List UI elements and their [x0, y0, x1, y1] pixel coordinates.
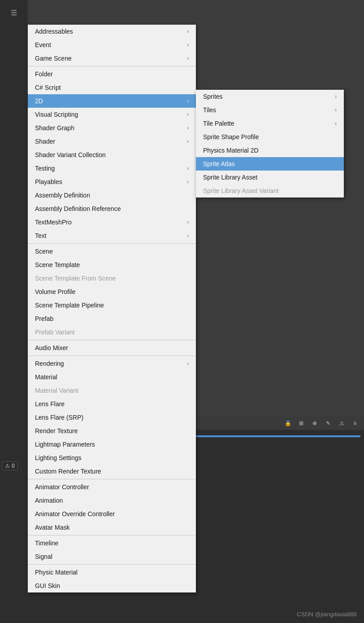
menu-item-label-prefab-variant: Prefab Variant: [35, 329, 74, 336]
menu-item-label-material: Material: [35, 373, 57, 381]
menu-item-lighting-settings[interactable]: Lighting Settings: [28, 451, 196, 465]
menu-item-addressables[interactable]: Addressables›: [28, 25, 196, 38]
menu-item-scene-template[interactable]: Scene Template: [28, 258, 196, 272]
sub-menu-item-label-sprite-atlas: Sprite Atlas: [203, 160, 235, 167]
pencil-icon[interactable]: ✎: [323, 418, 334, 429]
sub-menu-item-sprite-atlas[interactable]: Sprite Atlas: [196, 157, 344, 171]
menu-item-label-addressables: Addressables: [35, 28, 73, 35]
sub-menu-item-sprite-library-asset[interactable]: Sprite Library Asset: [196, 171, 344, 184]
menu-item-label-signal: Signal: [35, 553, 52, 560]
lock-icon[interactable]: 🔒: [282, 418, 293, 429]
menu-item-label-physic-material: Physic Material: [35, 569, 78, 576]
menu-item-custom-render-texture[interactable]: Custom Render Texture: [28, 465, 196, 478]
menu-item-avatar-mask[interactable]: Avatar Mask: [28, 521, 196, 534]
menu-item-text[interactable]: Text›: [28, 229, 196, 242]
menu-item-label-custom-render-texture: Custom Render Texture: [35, 468, 101, 475]
menu-item-lightmap-parameters[interactable]: Lightmap Parameters: [28, 438, 196, 451]
menu-item-playables[interactable]: Playables›: [28, 175, 196, 189]
menu-item-rendering[interactable]: Rendering›: [28, 357, 196, 370]
menu-divider: [28, 355, 196, 356]
menu-item-label-testing: Testing: [35, 165, 55, 172]
sub-arrow-icon-sprites: ›: [335, 93, 337, 100]
menu-item-visual-scripting[interactable]: Visual Scripting›: [28, 108, 196, 121]
menu-item-event[interactable]: Event›: [28, 38, 196, 52]
menu-item-label-shader-variant-collection: Shader Variant Collection: [35, 151, 106, 158]
menu-item-label-volume-profile: Volume Profile: [35, 288, 75, 295]
sub-menu-item-label-sprite-library-asset: Sprite Library Asset: [203, 174, 257, 181]
menu-item-label-animation: Animation: [35, 497, 63, 504]
menu-item-label-assembly-definition: Assembly Definition: [35, 192, 90, 199]
left-sidebar: ☰: [0, 0, 28, 623]
menu-item-textmeshpro[interactable]: TextMeshPro›: [28, 215, 196, 229]
menu-item-label-event: Event: [35, 41, 51, 48]
menu-item-label-timeline: Timeline: [35, 540, 58, 547]
menu-item-label-lightmap-parameters: Lightmap Parameters: [35, 441, 95, 448]
sidebar-menu-icon[interactable]: ☰: [5, 4, 23, 22]
menu-item-volume-profile[interactable]: Volume Profile: [28, 285, 196, 298]
menu-item-shader-variant-collection[interactable]: Shader Variant Collection: [28, 148, 196, 162]
menu-item-label-lens-flare-srp: Lens Flare (SRP): [35, 414, 83, 421]
sub-menu-item-tiles[interactable]: Tiles›: [196, 103, 344, 117]
menu-item-testing[interactable]: Testing›: [28, 162, 196, 175]
menu-divider: [28, 564, 196, 565]
menu-item-render-texture[interactable]: Render Texture: [28, 424, 196, 438]
menu-item-label-lighting-settings: Lighting Settings: [35, 454, 82, 461]
menu-item-label-material-variant: Material Variant: [35, 387, 78, 394]
plus-icon[interactable]: ⊕: [309, 418, 320, 429]
menu-item-scene[interactable]: Scene: [28, 245, 196, 258]
menu-item-label-audio-mixer: Audio Mixer: [35, 344, 68, 351]
menu-item-signal[interactable]: Signal: [28, 550, 196, 563]
menu-item-prefab[interactable]: Prefab: [28, 312, 196, 325]
menu-item-physic-material[interactable]: Physic Material: [28, 566, 196, 579]
sub-context-menu: Sprites›Tiles›Tile Palette›Sprite Shape …: [196, 90, 344, 197]
menu-item-material[interactable]: Material: [28, 370, 196, 384]
warning-badge: ⚠ 0: [2, 461, 18, 470]
arrow-icon-2d: ›: [187, 98, 189, 104]
menu-item-label-rendering: Rendering: [35, 360, 64, 367]
menu-item-label-shader: Shader: [35, 138, 55, 145]
menu-item-label-scene-template-pipeline: Scene Template Pipeline: [35, 302, 104, 309]
menu-item-label-scene-template-from-scene: Scene Template From Scene: [35, 275, 116, 282]
sub-menu-item-label-physics-material-2d: Physics Material 2D: [203, 147, 259, 154]
menu-item-audio-mixer[interactable]: Audio Mixer: [28, 341, 196, 355]
sub-menu-item-label-tiles: Tiles: [203, 106, 216, 114]
sub-menu-item-physics-material-2d[interactable]: Physics Material 2D: [196, 144, 344, 157]
menu-divider: [28, 66, 196, 66]
menu-item-label-animator-controller: Animator Controller: [35, 483, 89, 491]
menu-item-shader-graph[interactable]: Shader Graph›: [28, 121, 196, 135]
alert-icon[interactable]: ⚠: [336, 418, 347, 429]
menu-icon[interactable]: ≡: [350, 418, 360, 429]
menu-item-lens-flare-srp[interactable]: Lens Flare (SRP): [28, 411, 196, 424]
sub-menu-item-tile-palette[interactable]: Tile Palette›: [196, 117, 344, 130]
menu-item-animator-override-controller[interactable]: Animator Override Controller: [28, 507, 196, 521]
menu-item-scene-template-from-scene: Scene Template From Scene: [28, 272, 196, 285]
menu-item-material-variant: Material Variant: [28, 384, 196, 397]
menu-item-prefab-variant: Prefab Variant: [28, 325, 196, 339]
menu-item-assembly-definition[interactable]: Assembly Definition: [28, 189, 196, 202]
menu-item-label-folder: Folder: [35, 70, 53, 78]
grid-icon[interactable]: ⊞: [296, 418, 307, 429]
menu-item-animator-controller[interactable]: Animator Controller: [28, 480, 196, 494]
menu-item-scene-template-pipeline[interactable]: Scene Template Pipeline: [28, 298, 196, 312]
menu-item-animation[interactable]: Animation: [28, 494, 196, 507]
menu-item-label-playables: Playables: [35, 178, 62, 185]
sub-menu-item-sprites[interactable]: Sprites›: [196, 90, 344, 103]
menu-item-label-csharp-script: C# Script: [35, 84, 61, 91]
arrow-icon-rendering: ›: [187, 360, 189, 367]
menu-item-lens-flare[interactable]: Lens Flare: [28, 397, 196, 411]
arrow-icon-game-scene: ›: [187, 55, 189, 61]
menu-item-csharp-script[interactable]: C# Script: [28, 81, 196, 94]
menu-item-game-scene[interactable]: Game Scene›: [28, 52, 196, 65]
menu-item-assembly-definition-reference[interactable]: Assembly Definition Reference: [28, 202, 196, 215]
sub-menu-item-sprite-shape-profile[interactable]: Sprite Shape Profile: [196, 130, 344, 144]
watermark-text: CSDN @jiangdaxia886: [297, 611, 357, 618]
menu-item-folder[interactable]: Folder: [28, 67, 196, 81]
arrow-icon-addressables: ›: [187, 28, 189, 35]
sub-arrow-icon-tiles: ›: [335, 107, 337, 113]
menu-item-timeline[interactable]: Timeline: [28, 536, 196, 550]
menu-item-2d[interactable]: 2D›: [28, 94, 196, 108]
menu-item-label-text: Text: [35, 232, 47, 239]
menu-item-shader[interactable]: Shader›: [28, 135, 196, 148]
menu-item-label-render-texture: Render Texture: [35, 427, 78, 434]
menu-item-gui-skin[interactable]: GUI Skin: [28, 579, 196, 592]
